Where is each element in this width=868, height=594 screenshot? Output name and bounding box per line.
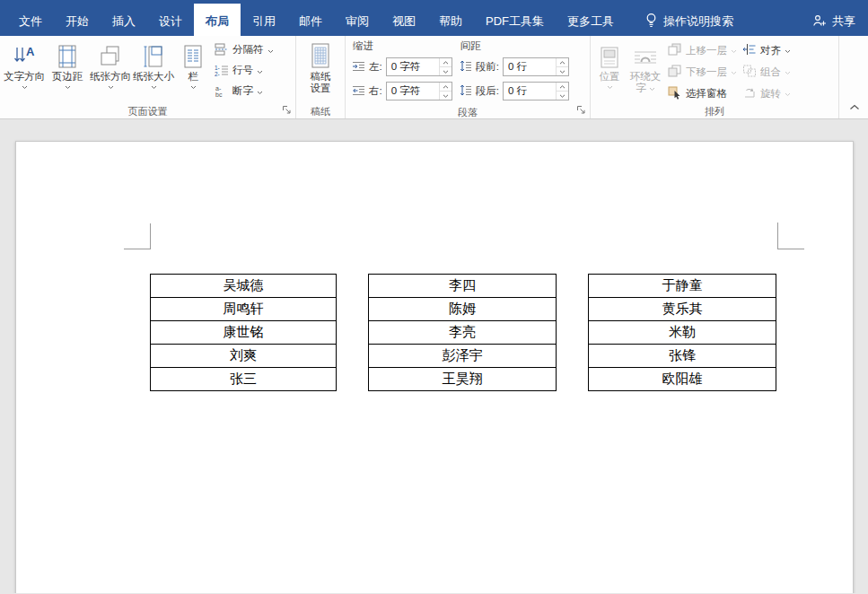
indent-right-input[interactable]: 0 字符 [386, 82, 452, 100]
tab-file[interactable]: 文件 [7, 7, 54, 36]
spinner-up[interactable] [557, 58, 568, 67]
table-row: 吴城德 [151, 275, 337, 298]
table-cell[interactable]: 欧阳雄 [589, 368, 776, 391]
table-cell[interactable]: 张锋 [589, 345, 776, 368]
spacing-before-input[interactable]: 0 行 [503, 57, 569, 76]
lightbulb-icon [645, 13, 657, 31]
tab-references[interactable]: 引用 [241, 7, 287, 36]
group-label-page-setup: 页面设置 [3, 105, 293, 118]
table-cell[interactable]: 彭泽宇 [369, 345, 557, 368]
tab-view[interactable]: 视图 [381, 7, 427, 36]
share-person-icon [812, 14, 827, 30]
table-row: 陈姆 [369, 298, 557, 321]
selection-pane-icon [668, 86, 682, 101]
name-table-3: 于静童 黄乐其 米勒 张锋 欧阳雄 [588, 274, 776, 391]
tab-more-tools[interactable]: 更多工具 [556, 7, 626, 36]
position-icon [600, 39, 619, 71]
chevron-down-icon [22, 84, 28, 90]
table-cell[interactable]: 刘爽 [151, 345, 337, 368]
chevron-down-icon [190, 84, 197, 90]
chevron-down-icon [731, 66, 737, 77]
table-row: 欧阳雄 [589, 368, 776, 391]
chevron-down-icon [257, 86, 263, 97]
svg-text:1-: 1- [215, 64, 220, 70]
table-cell[interactable]: 陈姆 [369, 298, 557, 321]
columns-button[interactable]: 栏 [175, 39, 211, 105]
spacing-before-icon [460, 60, 472, 74]
tab-review[interactable]: 审阅 [334, 7, 381, 36]
hyphenation-icon: a-bc [215, 84, 229, 99]
chevron-down-icon [785, 88, 791, 99]
spinner-down[interactable] [440, 92, 452, 100]
group-manuscript: 稿纸 设置 稿纸 [296, 36, 346, 118]
group-label-paragraph: 段落 [348, 106, 587, 119]
table-cell[interactable]: 黄乐其 [589, 298, 776, 321]
manuscript-grid-icon [310, 39, 331, 71]
tab-help[interactable]: 帮助 [427, 7, 474, 36]
spinner-down[interactable] [440, 67, 452, 75]
indent-left-icon [352, 61, 365, 74]
bring-forward-button[interactable]: 上移一层 [665, 40, 740, 60]
paper-size-icon [142, 39, 165, 71]
svg-text:a-: a- [215, 85, 222, 92]
spacing-after-input[interactable]: 0 行 [503, 82, 569, 100]
table-cell[interactable]: 吴城德 [151, 275, 337, 298]
tab-home[interactable]: 开始 [54, 7, 101, 36]
tab-insert[interactable]: 插入 [101, 7, 147, 36]
table-cell[interactable]: 王昊翔 [369, 368, 557, 391]
spinner-up[interactable] [440, 83, 452, 92]
indent-column: 缩进 左: 0 字符 右: 0 字符 [348, 39, 456, 106]
table-cell[interactable]: 康世铭 [151, 321, 337, 345]
text-direction-button[interactable]: A 文字方向 [3, 39, 46, 105]
chevron-down-icon [607, 84, 613, 90]
wrap-text-button[interactable]: 环绕文 字 [626, 39, 665, 105]
name-table-2: 李四 陈姆 李亮 彭泽宇 王昊翔 [368, 274, 557, 391]
spacing-after-icon [460, 84, 472, 98]
rotate-button[interactable]: 旋转 [740, 83, 793, 103]
selection-pane-button[interactable]: 选择窗格 [665, 83, 740, 103]
indent-header: 缩进 [352, 39, 452, 57]
send-backward-button[interactable]: 下移一层 [665, 62, 740, 82]
tell-me-search[interactable]: 操作说明搜索 [645, 7, 733, 36]
tab-pdf-tools[interactable]: PDF工具集 [474, 7, 556, 36]
table-cell[interactable]: 于静童 [589, 275, 776, 298]
align-button[interactable]: 对齐 [740, 40, 793, 60]
hyphenation-button[interactable]: a-bc 断字 [211, 82, 277, 100]
orientation-icon [99, 39, 122, 71]
spinner-down[interactable] [557, 67, 568, 75]
table-cell[interactable]: 米勒 [589, 321, 776, 345]
spacing-after-label: 段后: [476, 84, 499, 98]
tab-layout[interactable]: 布局 [194, 4, 241, 36]
collapse-ribbon-button[interactable] [849, 98, 860, 114]
spinner-down[interactable] [557, 92, 568, 100]
line-numbers-icon: 1-2- [215, 64, 229, 78]
title-bar [0, 0, 868, 7]
group-label-arrange: 排列 [593, 105, 836, 118]
table-cell[interactable]: 李亮 [369, 321, 557, 345]
indent-left-label: 左: [369, 60, 382, 74]
table-row: 张三 [151, 368, 337, 391]
tab-design[interactable]: 设计 [147, 7, 194, 36]
orientation-button[interactable]: 纸张方向 [89, 39, 132, 105]
indent-left-input[interactable]: 0 字符 [386, 57, 452, 76]
table-row: 康世铭 [151, 321, 337, 345]
rotate-icon [742, 86, 757, 100]
manuscript-setup-button[interactable]: 稿纸 设置 [299, 39, 342, 105]
group-objects-button[interactable]: 组合 [740, 62, 793, 82]
spinner-up[interactable] [440, 58, 452, 67]
tab-mailings[interactable]: 邮件 [287, 7, 334, 36]
chevron-down-icon [65, 84, 71, 90]
page-setup-dialog-launcher[interactable] [281, 104, 293, 116]
line-numbers-button[interactable]: 1-2- 行号 [211, 61, 277, 80]
share-button[interactable]: 共享 [812, 7, 855, 36]
paragraph-dialog-launcher[interactable] [575, 104, 587, 116]
spacing-column: 间距 段前: 0 行 段后: 0 行 [456, 39, 573, 106]
breaks-button[interactable]: 分隔符 [211, 40, 277, 59]
table-cell[interactable]: 张三 [151, 368, 337, 391]
position-button[interactable]: 位置 [593, 39, 626, 105]
table-cell[interactable]: 李四 [369, 275, 557, 298]
margins-button[interactable]: 页边距 [46, 39, 89, 105]
spinner-up[interactable] [557, 83, 568, 92]
table-cell[interactable]: 周鸣轩 [151, 298, 337, 321]
paper-size-button[interactable]: 纸张大小 [132, 39, 175, 105]
